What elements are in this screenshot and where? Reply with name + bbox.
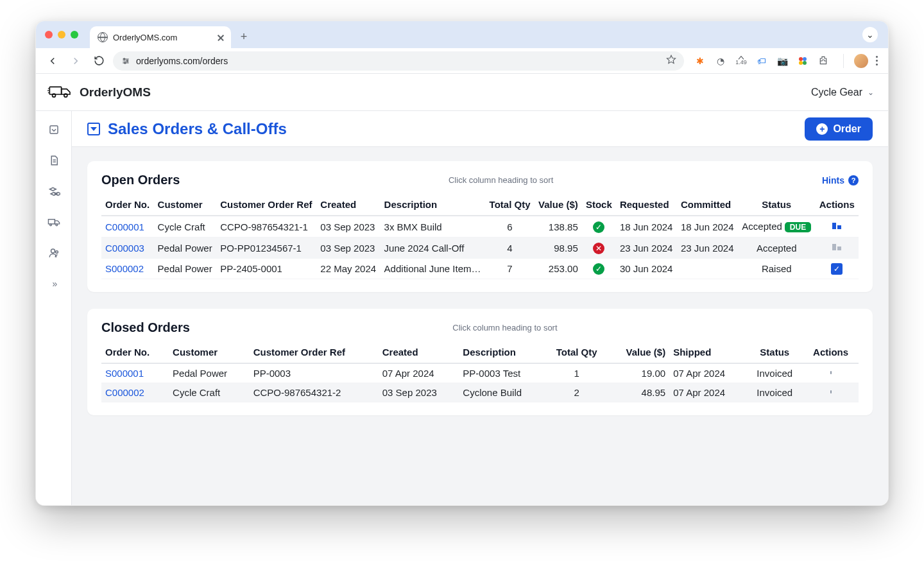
col-description[interactable]: Description (459, 341, 545, 363)
closed-orders-card: Closed Orders Click column heading to so… (87, 309, 873, 415)
ext-icon[interactable]: ✱ (694, 55, 706, 67)
allocate-icon[interactable] (830, 221, 843, 233)
table-row: C000002Cycle CraftCCPO-987654321-203 Sep… (101, 383, 859, 402)
cell-status: Invoiced (746, 383, 803, 402)
ext-icon[interactable]: 1.49 (735, 55, 747, 67)
sort-hint: Click column heading to sort (190, 323, 820, 332)
ext-icon[interactable] (797, 55, 809, 67)
cell-actions: ✓ (816, 259, 859, 279)
order-link[interactable]: S000001 (105, 368, 144, 379)
col-actions[interactable]: Actions (803, 341, 859, 363)
cell-shipped: 07 Apr 2024 (669, 363, 746, 383)
col-customer-ref[interactable]: Customer Order Ref (250, 341, 379, 363)
hints-link[interactable]: Hints ? (822, 175, 859, 186)
window-minimize-button[interactable] (58, 31, 65, 39)
browser-menu-button[interactable] (873, 56, 880, 65)
app-logo[interactable]: OrderlyOMS (47, 82, 151, 103)
truck-icon (47, 82, 73, 103)
svg-point-2 (124, 62, 126, 63)
app-viewport: OrderlyOMS Cycle Gear ⌄ (36, 74, 888, 505)
col-requested[interactable]: Requested (616, 194, 677, 216)
cell-status: Invoiced (746, 363, 803, 383)
order-link[interactable]: C000001 (105, 221, 144, 232)
ext-icon[interactable]: 🏷 (756, 55, 767, 67)
cell-status: AcceptedDUE (738, 216, 816, 237)
col-customer[interactable]: Customer (169, 341, 250, 363)
svg-point-0 (124, 58, 125, 59)
site-settings-icon[interactable] (121, 56, 131, 66)
col-shipped[interactable]: Shipped (669, 341, 746, 363)
ext-icon[interactable]: ◔ (715, 55, 726, 67)
open-orders-title: Open Orders (101, 173, 180, 187)
tenant-switcher[interactable]: Cycle Gear ⌄ (811, 87, 874, 98)
col-total-qty[interactable]: Total Qty (485, 194, 534, 216)
col-customer[interactable]: Customer (154, 194, 217, 216)
cell-ref: PP-2405-0001 (216, 259, 316, 279)
col-order-no[interactable]: Order No. (101, 194, 154, 216)
browser-tab[interactable]: OrderlyOMS.com (90, 26, 231, 48)
cell-qty: 1 (545, 363, 608, 383)
col-stock[interactable]: Stock (582, 194, 616, 216)
col-committed[interactable]: Committed (677, 194, 738, 216)
svg-rect-10 (50, 126, 58, 134)
col-customer-ref[interactable]: Customer Order Ref (216, 194, 316, 216)
stock-ok-icon: ✓ (593, 263, 604, 275)
globe-icon (98, 32, 108, 42)
cell-desc: Additional June Item… (381, 259, 486, 279)
order-link[interactable]: C000002 (105, 387, 144, 398)
sidebar-item-inventory[interactable] (47, 184, 61, 198)
cell-requested: 18 Jun 2024 (616, 216, 677, 237)
order-link[interactable]: S000002 (105, 263, 144, 274)
col-value[interactable]: Value ($) (535, 194, 582, 216)
col-order-no[interactable]: Order No. (101, 341, 169, 363)
tab-title: OrderlyOMS.com (113, 33, 177, 42)
bookmark-icon[interactable] (666, 55, 676, 67)
new-order-button[interactable]: + Order (805, 117, 873, 141)
confirm-icon[interactable]: ✓ (831, 263, 843, 275)
order-button-label: Order (833, 123, 861, 135)
back-button[interactable] (44, 52, 62, 70)
col-actions[interactable]: Actions (816, 194, 859, 216)
ext-icon[interactable]: 📷 (776, 55, 788, 67)
svg-point-15 (55, 251, 58, 254)
col-value[interactable]: Value ($) (608, 341, 669, 363)
col-status[interactable]: Status (738, 194, 816, 216)
cell-requested: 23 Jun 2024 (616, 237, 677, 259)
cell-created: 03 Sep 2023 (316, 216, 380, 237)
col-description[interactable]: Description (381, 194, 486, 216)
sidebar-item-shipping[interactable] (47, 215, 61, 229)
page-dropdown-icon[interactable] (87, 123, 100, 135)
col-total-qty[interactable]: Total Qty (545, 341, 608, 363)
sort-hint: Click column heading to sort (180, 175, 822, 185)
url-text: orderlyoms.com/orders (136, 56, 228, 66)
sidebar-item-orders[interactable] (47, 123, 61, 137)
due-badge: DUE (785, 222, 811, 232)
forward-button[interactable] (67, 52, 85, 70)
app-header: OrderlyOMS Cycle Gear ⌄ (36, 74, 888, 111)
window-close-button[interactable] (45, 31, 53, 39)
order-link[interactable]: C000003 (105, 243, 144, 254)
cell-ref: PO-PP01234567-1 (216, 237, 316, 259)
new-tab-button[interactable]: + (235, 28, 253, 46)
address-bar[interactable]: orderlyoms.com/orders (113, 51, 684, 71)
reload-button[interactable] (90, 52, 108, 70)
closed-orders-table: Order No. Customer Customer Order Ref Cr… (101, 341, 859, 402)
sidebar-expand-button[interactable]: » (47, 277, 61, 291)
close-icon[interactable] (217, 33, 225, 41)
extensions-button[interactable] (817, 55, 829, 67)
profile-avatar[interactable] (854, 54, 868, 68)
stock-ok-icon: ✓ (593, 221, 604, 233)
col-status[interactable]: Status (746, 341, 803, 363)
allocate-icon-disabled (830, 243, 843, 254)
cell-actions (803, 383, 859, 402)
sidebar-item-documents[interactable] (47, 153, 61, 168)
sidebar-item-users[interactable] (47, 246, 61, 260)
col-created[interactable]: Created (379, 341, 459, 363)
window-zoom-button[interactable] (71, 31, 78, 39)
cell-committed (677, 259, 738, 279)
col-created[interactable]: Created (316, 194, 380, 216)
svg-point-1 (126, 60, 128, 61)
tab-overflow-button[interactable]: ⌄ (862, 27, 878, 42)
cell-actions (816, 237, 859, 259)
cell-ref: PP-0003 (250, 363, 379, 383)
